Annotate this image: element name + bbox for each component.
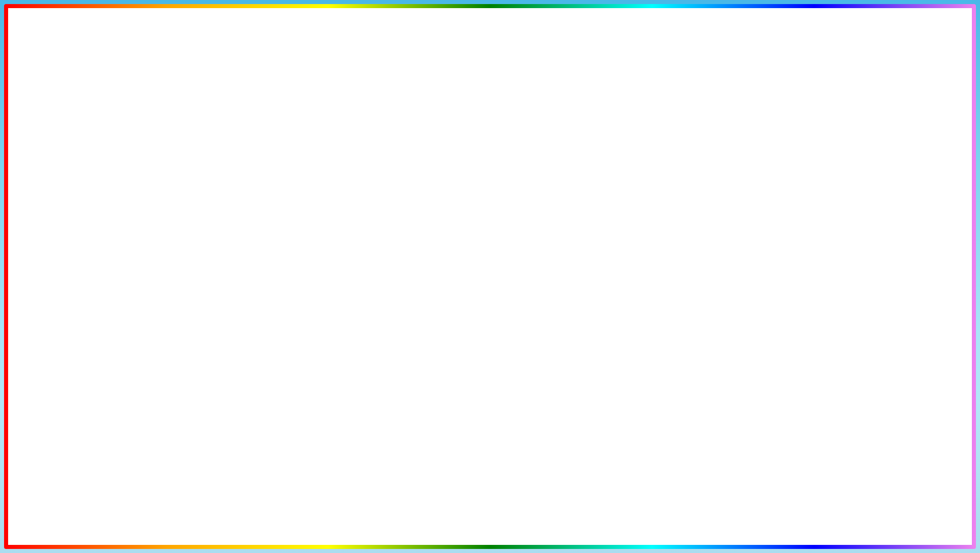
- auto-farm-chest-label: Auto Farm Chest: [116, 265, 166, 272]
- select-weapon-row[interactable]: Select Weapon : Melee ▲: [741, 200, 935, 219]
- toggle-auto-chest-tween: Auto Chest Tween: [116, 303, 310, 326]
- left-panel-body: 🏠 Main Farm 🔧 Misc Farm ✖ Combat 📈 Stats…: [37, 176, 318, 333]
- right-sidebar-item-stats[interactable]: 📈 Stats: [662, 233, 732, 251]
- sidebar-item-dungeon[interactable]: ⊕ Dungeon: [37, 269, 108, 288]
- sidebar-item-devil-fruit[interactable]: 🍎 Devil Fruit: [37, 288, 108, 306]
- sidebar-item-teleport[interactable]: 📍 Teleport: [37, 251, 108, 269]
- bottom-script: SCRIPT: [472, 492, 602, 532]
- shop-icon: 🛒: [43, 310, 53, 320]
- wrench-icon: 🔧: [43, 200, 53, 211]
- right-combat-icon: ✖: [668, 219, 678, 229]
- left-panel-stats-row2: Players : 1 / 12 Hr(s) : 0 Min(s) : 10 S…: [103, 163, 312, 169]
- toggle-auto-farm-level: Auto Farm Level: [741, 235, 935, 258]
- auto-sea-beast-hop-toggle[interactable]: [287, 239, 310, 252]
- logo-fruits-text: FRUITS: [870, 519, 939, 540]
- right-panel-stats-row1: 20 February 2023 Hours:12:29:13 Ping: 40…: [728, 156, 937, 162]
- right-dungeon-icon: ⊕: [668, 273, 678, 284]
- right-panel-user: XxArSendxX #8033: [690, 160, 722, 172]
- right-teleport-icon: 📍: [668, 255, 678, 265]
- right-sidebar-item-main-farm[interactable]: 🏠 Main Farm: [662, 178, 732, 196]
- left-sidebar: 🏠 Main Farm 🔧 Misc Farm ✖ Combat 📈 Stats…: [37, 176, 108, 333]
- right-panel-header: 🎮 PadoHub XxArSendxX #8033 20 February 2…: [662, 149, 943, 176]
- right-panel-brand: PadoHub: [690, 152, 722, 159]
- select-mode-chevron: ▲: [929, 188, 935, 195]
- left-panel-logo: 🎮: [43, 154, 59, 170]
- right-panel-info: PadoHub XxArSendxX #8033: [690, 152, 722, 172]
- right-wrench-icon: 🔧: [668, 200, 678, 211]
- select-mode-row[interactable]: Select Mode Farm : Normal Mode ▲: [741, 182, 935, 200]
- right-sidebar: 🏠 Main Farm 🔧 Misc Farm ✖ Combat 📈 Stats…: [662, 176, 733, 333]
- auto-farm-level-toggle[interactable]: [911, 240, 935, 252]
- auto-chest-tween-label: Auto Chest Tween: [116, 310, 170, 318]
- auto-sea-beast-hop-label: Auto Sea Beast Hop: [116, 242, 176, 250]
- sea-beast-count: Sea Beast : 0: [116, 196, 310, 203]
- left-content-title: Sea Beasts: [116, 182, 310, 190]
- devil-fruit-icon: 🍎: [43, 292, 53, 302]
- toggle-auto-sea-beast: Auto Sea Beast: [116, 212, 310, 234]
- stats-icon: 📈: [43, 237, 53, 247]
- combat-icon: ✖: [43, 219, 53, 229]
- blox-fruits-logo: ☠ BL OX FRUITS: [825, 493, 939, 540]
- auto-farm-level-label: Auto Farm Level: [741, 243, 789, 250]
- right-shop-icon: 🛒: [668, 310, 678, 320]
- auto-kaitan-toggle[interactable]: [911, 263, 935, 275]
- right-home-icon: 🏠: [668, 182, 678, 192]
- right-sidebar-item-teleport[interactable]: 📍 Teleport: [662, 251, 732, 269]
- right-section-main-farm: Main Farm: [741, 219, 935, 235]
- fighting-style-label: Fighting Style: [741, 288, 781, 296]
- sidebar-item-misc-farm[interactable]: 🔧 Misc Farm: [37, 196, 108, 215]
- auto-superhuman-toggle[interactable]: [911, 308, 935, 321]
- blox-logo-text: BL OX FRUITS: [870, 493, 939, 540]
- sidebar-item-combat[interactable]: ✖ Combat: [37, 215, 108, 233]
- auto-sea-beast-label: Auto Sea Beast: [116, 219, 162, 227]
- toggle-fighting-style: Fighting Style: [741, 281, 935, 303]
- main-title-area: BLOX FRUITS: [0, 10, 980, 96]
- auto-farm-chest-toggle[interactable]: [287, 262, 310, 274]
- auto-chest-tween-toggle[interactable]: [287, 308, 310, 320]
- select-weapon-chevron: ▲: [929, 206, 935, 213]
- right-sidebar-item-devil-fruit[interactable]: 🍎 Devil Fruit: [662, 288, 732, 306]
- right-panel-body: 🏠 Main Farm 🔧 Misc Farm ✖ Combat 📈 Stats…: [662, 176, 943, 333]
- right-sidebar-item-combat[interactable]: ✖ Combat: [662, 215, 732, 233]
- title-fruits: FRUITS: [484, 15, 716, 91]
- select-weapon-label: Select Weapon : Melee: [741, 205, 809, 213]
- auto-chest-bypass-label: Auto Chest Bypass: [116, 288, 173, 295]
- left-panel-header: 🎮 PadoHub XxArSendxX #8033 20 February 2…: [37, 149, 318, 176]
- toggle-auto-kaitan: Auto Kaitan: [741, 258, 935, 281]
- bottom-auto-farm: AUTO FARM: [191, 486, 462, 538]
- left-panel-info: PadoHub XxArSendxX #8033: [66, 152, 97, 172]
- right-panel-stats: 20 February 2023 Hours:12:29:13 Ping: 40…: [728, 156, 937, 169]
- right-stats-icon: 📈: [668, 237, 678, 247]
- skull-icon: ☠: [825, 496, 866, 536]
- right-panel-logo: 🎮: [668, 154, 684, 170]
- sidebar-item-main-farm[interactable]: 🏠 Main Farm: [37, 178, 108, 196]
- toggle-auto-superhuman: Auto SuperHuman: [741, 303, 935, 326]
- toggle-auto-sea-beast-hop: Auto Sea Beast Hop: [116, 234, 310, 257]
- auto-chest-bypass-toggle[interactable]: [287, 285, 310, 297]
- fighting-style-toggle[interactable]: [911, 286, 935, 298]
- blox-logo-wrapper: ☠ BL OX FRUITS: [825, 493, 939, 540]
- left-panel-brand: PadoHub: [66, 152, 97, 159]
- right-sidebar-item-shop[interactable]: 🛒 Shop: [662, 306, 732, 324]
- auto-kaitan-label: Auto Kaitan: [741, 265, 775, 273]
- left-panel: 🎮 PadoHub XxArSendxX #8033 20 February 2…: [36, 147, 320, 335]
- right-devil-fruit-icon: 🍎: [668, 292, 678, 302]
- right-panel-content: Select Mode Farm : Normal Mode ▲ Select …: [733, 176, 943, 333]
- left-panel-content: Sea Beasts Sea Beast : 0 Auto Sea Beast …: [108, 176, 318, 333]
- logo-ox-text: OX: [899, 493, 932, 519]
- dungeon-icon: ⊕: [43, 273, 53, 284]
- teleport-icon: 📍: [43, 255, 53, 265]
- auto-superhuman-label: Auto SuperHuman: [741, 311, 795, 319]
- deco-ball: [460, 178, 520, 238]
- right-sidebar-item-misc-farm[interactable]: 🔧 Misc Farm: [662, 196, 732, 215]
- logo-bl-text: BL: [870, 493, 900, 519]
- sidebar-item-stats[interactable]: 📈 Stats: [37, 233, 108, 251]
- right-sidebar-item-dungeon[interactable]: ⊕ Dungeon: [662, 269, 732, 288]
- sidebar-item-shop[interactable]: 🛒 Shop: [37, 306, 108, 324]
- auto-sea-beast-toggle[interactable]: [287, 217, 310, 229]
- right-panel: 🎮 PadoHub XxArSendxX #8033 20 February 2…: [660, 147, 944, 335]
- toggle-auto-chest-bypass: Auto Chest Bypass: [116, 280, 310, 303]
- right-panel-stats-row2: Players : 1 / 12 Hr(s) : 0 Min(s) : 7 Se…: [728, 163, 937, 169]
- left-panel-stats-row1: 20 February 2023 Hours:12:32:26 Ping: 68…: [103, 156, 312, 162]
- select-mode-label: Select Mode Farm : Normal Mode: [741, 187, 840, 195]
